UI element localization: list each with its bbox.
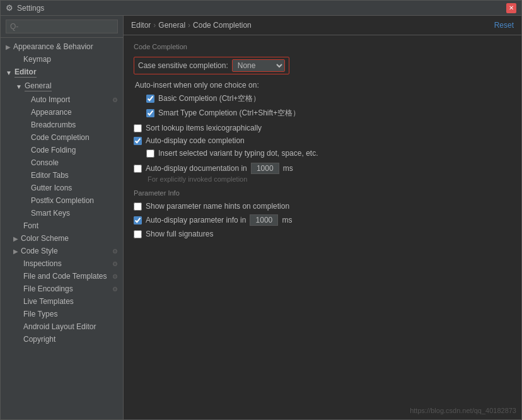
sidebar-item-label: Breadcrumbs — [31, 120, 76, 129]
sidebar-item-label: Postfix Completion — [31, 196, 94, 205]
sidebar-item-label: Live Templates — [23, 297, 74, 306]
sidebar-item-label: File Types — [23, 310, 57, 318]
param-info-title: Parameter Info — [134, 189, 511, 197]
watermark: https://blog.csdn.net/qq_40182873 — [410, 407, 516, 414]
sidebar-item-label: Console — [31, 158, 59, 167]
sidebar-item-postfix-completion[interactable]: Postfix Completion — [1, 194, 123, 207]
arrow-icon: ▶ — [6, 44, 11, 50]
sidebar-item-inspections[interactable]: Inspections ⚙ — [1, 257, 123, 270]
sidebar-item-label: Android Layout Editor — [23, 322, 96, 331]
smart-completion-label: Smart Type Completion (Ctrl+Shift+空格） — [158, 108, 300, 119]
settings-icon: ⚙ — [112, 286, 118, 293]
sidebar-item-label: Appearance & Behavior — [13, 42, 93, 51]
show-param-hints-row: Show parameter name hints on completion — [134, 202, 511, 211]
auto-display-param-label: Auto-display parameter info in — [146, 216, 246, 225]
sidebar-item-general[interactable]: ▼ General — [1, 79, 123, 93]
insert-variant-label: Insert selected variant by typing dot, s… — [158, 149, 318, 158]
tree: ▶ Appearance & Behavior Keymap ▼ Editor … — [1, 38, 123, 419]
basic-completion-label: Basic Completion (Ctrl+空格） — [158, 93, 260, 104]
auto-display-doc-ms-input[interactable] — [251, 163, 279, 174]
auto-display-doc-row: Auto-display documentation in ms — [134, 163, 511, 174]
breadcrumb-sep-1: › — [153, 21, 156, 30]
window-title: Settings — [17, 4, 44, 13]
sidebar-item-label: Appearance — [31, 108, 72, 117]
sidebar-item-appearance[interactable]: Appearance — [1, 106, 123, 119]
sidebar-item-live-templates[interactable]: Live Templates — [1, 295, 123, 308]
breadcrumb-general: General — [158, 21, 185, 30]
sidebar-item-label: Code Style — [21, 247, 58, 255]
arrow-icon: ▶ — [13, 235, 18, 242]
sidebar-item-font[interactable]: Font — [1, 219, 123, 232]
case-sensitive-select[interactable]: None First letter All letters — [233, 60, 284, 71]
basic-completion-row: Basic Completion (Ctrl+空格） — [146, 93, 511, 104]
settings-icon: ⚙ — [112, 248, 118, 255]
sidebar-item-label: Copyright — [23, 335, 55, 344]
sidebar-item-console[interactable]: Console — [1, 156, 123, 169]
auto-display-doc-checkbox[interactable] — [134, 165, 142, 173]
sidebar-item-code-completion[interactable]: Code Completion — [1, 131, 123, 144]
settings-window: ⚙ Settings ✕ ▶ Appearance & Behavior Key… — [0, 0, 522, 420]
sidebar-item-label: Gutter Icons — [31, 184, 72, 192]
settings-icon: ⚙ — [112, 260, 118, 267]
sidebar-item-android-layout-editor[interactable]: Android Layout Editor — [1, 320, 123, 333]
sidebar-item-keymap[interactable]: Keymap — [1, 53, 123, 66]
panel-body: Code Completion Case sensitive completio… — [124, 35, 521, 419]
sidebar-item-color-scheme[interactable]: ▶ Color Scheme — [1, 232, 123, 245]
sidebar-item-file-code-templates[interactable]: File and Code Templates ⚙ — [1, 270, 123, 283]
sort-lookup-label: Sort lookup items lexicographically — [146, 124, 262, 132]
auto-display-param-row: Auto-display parameter info in ms — [134, 214, 511, 226]
breadcrumb: Editor › General › Code Completion — [131, 21, 252, 30]
settings-icon: ⚙ — [6, 3, 13, 13]
close-button[interactable]: ✕ — [506, 3, 516, 13]
sidebar-item-label: General — [25, 81, 52, 91]
sidebar-item-smart-keys[interactable]: Smart Keys — [1, 207, 123, 219]
code-completion-section-title: Code Completion — [134, 43, 511, 50]
title-bar-left: ⚙ Settings — [6, 3, 44, 13]
arrow-icon: ▶ — [13, 248, 18, 255]
show-full-sig-label: Show full signatures — [146, 230, 213, 238]
main-content: ▶ Appearance & Behavior Keymap ▼ Editor … — [1, 16, 521, 419]
breadcrumb-editor: Editor — [131, 21, 151, 30]
sidebar-item-gutter-icons[interactable]: Gutter Icons — [1, 182, 123, 194]
sidebar-item-editor-tabs[interactable]: Editor Tabs — [1, 169, 123, 182]
sort-lookup-checkbox[interactable] — [134, 124, 142, 132]
show-full-sig-checkbox[interactable] — [134, 230, 142, 238]
auto-display-checkbox[interactable] — [134, 137, 142, 145]
sidebar-item-file-types[interactable]: File Types — [1, 308, 123, 320]
auto-display-label: Auto-display code completion — [146, 136, 245, 145]
sidebar-item-label: File Encodings — [23, 284, 73, 293]
sidebar-item-label: Editor Tabs — [31, 171, 69, 180]
auto-display-param-checkbox[interactable] — [134, 216, 142, 225]
sidebar-item-appearance-behavior[interactable]: ▶ Appearance & Behavior — [1, 40, 123, 53]
sidebar-item-label: Auto Import — [31, 95, 70, 104]
sidebar-item-code-style[interactable]: ▶ Code Style ⚙ — [1, 245, 123, 257]
settings-icon: ⚙ — [112, 273, 118, 280]
sidebar-item-file-encodings[interactable]: File Encodings ⚙ — [1, 283, 123, 295]
sidebar-item-breadcrumbs[interactable]: Breadcrumbs — [1, 119, 123, 131]
show-full-sig-row: Show full signatures — [134, 230, 511, 238]
sidebar-item-label: Keymap — [23, 55, 51, 64]
arrow-icon: ▼ — [16, 83, 22, 90]
sidebar-item-label: Code Completion — [31, 133, 90, 142]
sidebar-item-copyright[interactable]: Copyright — [1, 333, 123, 346]
insert-variant-row: Insert selected variant by typing dot, s… — [146, 149, 511, 158]
sidebar-item-label: Color Scheme — [21, 234, 69, 243]
show-param-hints-checkbox[interactable] — [134, 202, 142, 211]
insert-variant-checkbox[interactable] — [146, 149, 154, 158]
sidebar-item-auto-import[interactable]: Auto Import ⚙ — [1, 93, 123, 106]
search-input[interactable] — [6, 20, 118, 33]
explicitly-invoked-hint: For explicitly invoked completion — [148, 175, 511, 183]
case-sensitive-row: Case sensitive completion: None First le… — [134, 57, 511, 74]
sidebar-item-label: File and Code Templates — [23, 272, 107, 281]
auto-insert-label: Auto-insert when only one choice on: — [135, 81, 511, 90]
right-panel: Editor › General › Code Completion Reset… — [124, 16, 521, 419]
basic-completion-checkbox[interactable] — [146, 95, 154, 103]
smart-completion-checkbox[interactable] — [146, 109, 154, 117]
breadcrumb-sep-2: › — [188, 21, 190, 30]
reset-link[interactable]: Reset — [494, 21, 514, 30]
sidebar-item-label: Code Folding — [31, 146, 76, 155]
sidebar-item-editor[interactable]: ▼ Editor — [1, 66, 123, 79]
show-param-hints-label: Show parameter name hints on completion — [146, 202, 289, 211]
sidebar-item-code-folding[interactable]: Code Folding — [1, 144, 123, 156]
auto-display-param-ms-input[interactable] — [250, 214, 278, 226]
